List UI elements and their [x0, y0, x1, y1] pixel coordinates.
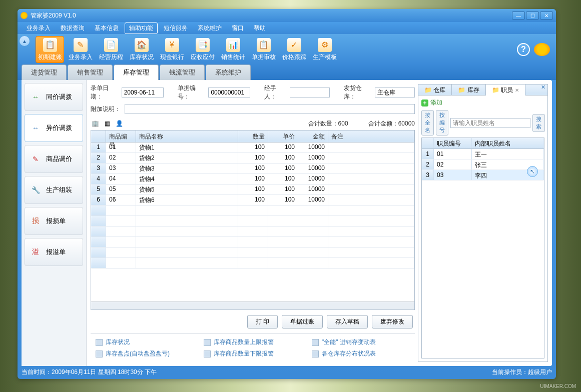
collapse-toolbar-icon[interactable]: ▲: [20, 36, 30, 46]
warehouse-label: 发货仓库：: [344, 84, 371, 101]
titlebar[interactable]: 管家婆2009 V1.0 — ☐ ✕: [18, 9, 556, 22]
employee-search-input[interactable]: [450, 118, 530, 128]
grid-tool-user-icon[interactable]: 👤: [115, 119, 124, 128]
filter-by-code-button[interactable]: 按编号: [436, 110, 448, 136]
app-window: 管家婆2009 V1.0 — ☐ ✕ 业务录入数据查询基本信息辅助功能短信服务系…: [18, 9, 556, 379]
minimize-button[interactable]: —: [512, 12, 525, 20]
toolbar-价格跟踪[interactable]: ✓价格跟踪: [280, 36, 308, 63]
grid-tool-building-icon[interactable]: 🏢: [91, 119, 100, 128]
tab-进货管理[interactable]: 进货管理: [22, 64, 67, 80]
status-user: 当前操作员：超级用户: [492, 368, 552, 376]
panel-close-icon[interactable]: ✕: [539, 84, 546, 90]
toolbar-现金银行[interactable]: ¥现金银行: [158, 36, 186, 63]
handler-input[interactable]: [290, 88, 330, 98]
employee-row[interactable]: 303李四: [422, 170, 544, 180]
panel-tab-仓库[interactable]: 📁 仓库: [418, 84, 452, 95]
sidebar-item-商品调价[interactable]: ✎商品调价: [25, 145, 83, 173]
status-time: 当前时间：2009年06月11日 星期四 18时30分 下午: [22, 368, 157, 376]
add-button[interactable]: + 添加: [421, 98, 544, 107]
menu-7[interactable]: 帮助: [250, 23, 270, 34]
menu-4[interactable]: 短信服务: [160, 23, 192, 34]
folder-icon: 📁: [458, 86, 465, 94]
action-存入草稿[interactable]: 存入草稿: [327, 315, 368, 328]
table-row[interactable]: 101货物110010010000: [91, 142, 414, 153]
sum-amt-label: 合计金额：: [368, 120, 398, 127]
employee-grid[interactable]: 职员编号内部职员姓名 101王一202张三303李四 ↖: [421, 138, 544, 358]
link-item[interactable]: 库存商品数量下限报警: [204, 350, 302, 358]
menu-6[interactable]: 窗口: [228, 23, 248, 34]
table-row[interactable]: 404货物410010010000: [91, 174, 414, 184]
tab-库存管理[interactable]: 库存管理: [114, 64, 159, 80]
table-row[interactable]: 606货物610010010000: [91, 195, 414, 206]
sidebar-item-生产组装[interactable]: 🔧生产组装: [25, 176, 83, 204]
side-panel: ✕ 📁 仓库📁 库存📁 职员✕ + 添加 按全名 按编号 搜索 职员编号内部职员: [418, 84, 548, 362]
sidebar-item-异价调拨[interactable]: ↔异价调拨: [25, 114, 83, 142]
toolbar-销售统计[interactable]: 📊销售统计: [219, 36, 247, 63]
table-row[interactable]: [91, 237, 414, 248]
tab-close-icon[interactable]: ✕: [515, 88, 519, 93]
tab-系统维护[interactable]: 系统维护: [206, 64, 251, 80]
horizontal-scrollbar[interactable]: [91, 302, 414, 310]
sidebar-item-报损单[interactable]: 损报损单: [25, 207, 83, 235]
table-row[interactable]: 202货物210010010000: [91, 153, 414, 164]
toolbar-初期建账[interactable]: 📋初期建账: [36, 36, 64, 63]
toolbar-生产模板[interactable]: ⚙生产模板: [310, 36, 339, 63]
table-row[interactable]: [91, 216, 414, 226]
link-item[interactable]: 库存盘点(自动盘盈盘亏): [96, 350, 194, 358]
note-input[interactable]: [125, 104, 415, 114]
sidebar-item-报溢单[interactable]: 溢报溢单: [25, 238, 83, 266]
menu-3[interactable]: 辅助功能: [125, 22, 158, 34]
scroll-arrow-icon[interactable]: ↖: [527, 166, 538, 177]
link-item[interactable]: "全能" 进销存变动表: [312, 338, 410, 346]
action-打 印[interactable]: 打 印: [247, 315, 278, 328]
tab-钱流管理[interactable]: 钱流管理: [160, 64, 205, 80]
billno-input[interactable]: [208, 88, 250, 98]
employee-row[interactable]: 202张三: [422, 160, 544, 170]
table-row[interactable]: [91, 226, 414, 237]
watermark: UIMAKER.COM: [540, 384, 576, 389]
tab-销售管理[interactable]: 销售管理: [68, 64, 113, 80]
link-item[interactable]: 库存状况: [96, 338, 194, 346]
toolbar-icon: ✎: [74, 38, 88, 52]
toolbar-单据审核[interactable]: 📋单据审核: [249, 36, 278, 63]
table-row[interactable]: 505货物510010010000: [91, 184, 414, 195]
menu-0[interactable]: 业务录入: [23, 23, 55, 34]
items-grid[interactable]: 商品编号商品名称数量单价金额备注 101货物110010010000202货物2…: [91, 130, 415, 310]
panel-tab-库存[interactable]: 📁 库存: [452, 84, 485, 95]
link-item[interactable]: 各仓库存分布状况表: [312, 350, 410, 358]
menu-1[interactable]: 数据查询: [57, 23, 89, 34]
action-废弃修改[interactable]: 废弃修改: [372, 315, 413, 328]
toolbar-icon: 📋: [43, 38, 57, 52]
window-title: 管家婆2009 V1.0: [31, 12, 512, 20]
toolbar-库存状况[interactable]: 🏠库存状况: [127, 36, 156, 63]
help-icon[interactable]: ?: [517, 43, 530, 56]
filter-by-name-button[interactable]: 按全名: [421, 110, 434, 136]
sidebar-item-同价调拨[interactable]: ↔同价调拨: [25, 83, 83, 111]
date-input[interactable]: [122, 88, 164, 98]
sidebar-icon: ↔: [30, 92, 41, 102]
search-button[interactable]: 搜索: [532, 114, 545, 132]
theme-icon[interactable]: [534, 43, 550, 56]
sidebar-icon: 🔧: [30, 184, 41, 196]
warehouse-input[interactable]: [375, 88, 415, 98]
table-row[interactable]: [91, 258, 414, 268]
table-row[interactable]: 303货物310010010000: [91, 164, 414, 174]
toolbar-业务录入[interactable]: ✎业务录入: [66, 36, 95, 63]
toolbar-经营历程[interactable]: 📄经营历程: [97, 36, 125, 63]
panel-tab-职员[interactable]: 📁 职员✕: [486, 84, 525, 96]
statusbar: 当前时间：2009年06月11日 星期四 18时30分 下午 当前操作员：超级用…: [22, 367, 552, 377]
table-row[interactable]: [91, 206, 414, 216]
employee-row[interactable]: 101王一: [422, 149, 544, 160]
maximize-button[interactable]: ☐: [526, 12, 539, 20]
action-单据过账[interactable]: 单据过账: [282, 315, 323, 328]
menu-2[interactable]: 基本信息: [91, 23, 123, 34]
toolbar-应收应付[interactable]: 📑应收应付: [188, 36, 217, 63]
table-row[interactable]: [91, 248, 414, 258]
grid-tool-table-icon[interactable]: ▦: [103, 119, 112, 128]
close-button[interactable]: ✕: [540, 12, 553, 20]
menu-5[interactable]: 系统维护: [194, 23, 226, 34]
module-tabs: 进货管理销售管理库存管理钱流管理系统维护: [18, 65, 556, 80]
link-item[interactable]: 库存商品数量上限报警: [204, 338, 302, 346]
link-icon: [204, 339, 211, 346]
sidebar: ↔同价调拨↔异价调拨✎商品调价🔧生产组装损报损单溢报溢单: [22, 80, 87, 366]
